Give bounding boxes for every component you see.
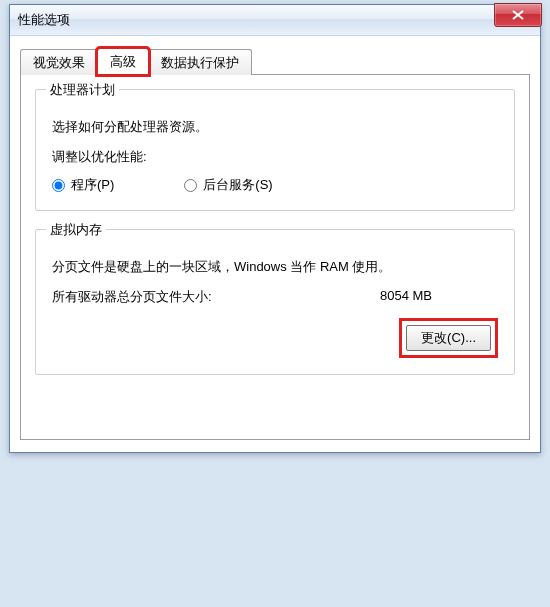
- change-button[interactable]: 更改(C)...: [406, 325, 491, 351]
- processor-legend: 处理器计划: [46, 81, 119, 99]
- close-icon: [512, 10, 524, 20]
- processor-scheduling-group: 处理器计划 选择如何分配处理器资源。 调整以优化性能: 程序(P) 后台服务(S…: [35, 89, 515, 211]
- tab-strip: 视觉效果 高级 数据执行保护: [20, 44, 530, 74]
- processor-sublabel: 调整以优化性能:: [52, 148, 498, 166]
- virtual-memory-group: 虚拟内存 分页文件是硬盘上的一块区域，Windows 当作 RAM 使用。 所有…: [35, 229, 515, 375]
- tab-visual-effects[interactable]: 视觉效果: [20, 49, 98, 75]
- tab-advanced[interactable]: 高级: [97, 48, 149, 75]
- radio-programs-text: 程序(P): [71, 176, 114, 194]
- vmem-button-row: 更改(C)...: [52, 318, 498, 358]
- radio-programs-label[interactable]: 程序(P): [52, 176, 114, 194]
- tab-content-advanced: 处理器计划 选择如何分配处理器资源。 调整以优化性能: 程序(P) 后台服务(S…: [20, 74, 530, 440]
- radio-programs[interactable]: [52, 179, 65, 192]
- titlebar: 性能选项: [10, 5, 540, 36]
- processor-radio-row: 程序(P) 后台服务(S): [52, 176, 498, 194]
- tab-dep[interactable]: 数据执行保护: [148, 49, 252, 75]
- vmem-total-value: 8054 MB: [380, 288, 432, 306]
- vmem-total-row: 所有驱动器总分页文件大小: 8054 MB: [52, 288, 432, 306]
- tab-panel: 视觉效果 高级 数据执行保护 处理器计划 选择如何分配处理器资源。 调整以优化性…: [10, 36, 540, 452]
- vmem-legend: 虚拟内存: [46, 221, 106, 239]
- radio-background-text: 后台服务(S): [203, 176, 272, 194]
- radio-background[interactable]: [184, 179, 197, 192]
- processor-desc: 选择如何分配处理器资源。: [52, 118, 498, 136]
- window-title: 性能选项: [18, 11, 70, 29]
- close-button[interactable]: [494, 3, 542, 27]
- radio-background-label[interactable]: 后台服务(S): [184, 176, 272, 194]
- performance-options-window: 性能选项 视觉效果 高级 数据执行保护 处理器计划 选择如何分配处理器资源。 调…: [9, 4, 541, 453]
- change-button-highlight: 更改(C)...: [399, 318, 498, 358]
- vmem-desc: 分页文件是硬盘上的一块区域，Windows 当作 RAM 使用。: [52, 258, 498, 276]
- vmem-total-label: 所有驱动器总分页文件大小:: [52, 288, 212, 306]
